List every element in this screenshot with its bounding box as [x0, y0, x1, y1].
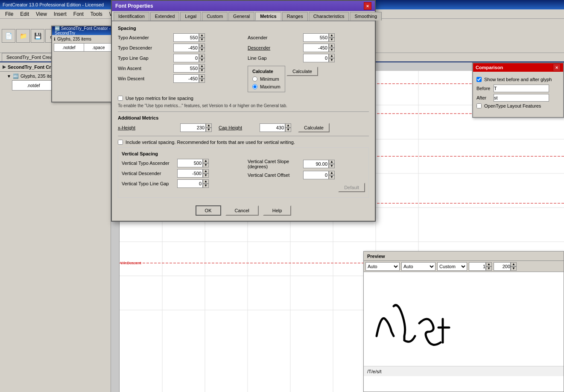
win-ascent-input[interactable] [173, 64, 199, 73]
menu-view[interactable]: View [32, 10, 50, 18]
tab-smoothing[interactable]: Smoothing [350, 12, 382, 20]
typo-ascender-down[interactable]: ▼ [199, 38, 205, 42]
x-height-up[interactable]: ▲ [206, 123, 212, 128]
cap-height-up[interactable]: ▲ [285, 123, 291, 128]
vert-caret-offset-input[interactable] [303, 171, 329, 179]
default-btn[interactable]: Default [338, 183, 365, 192]
menu-tools[interactable]: Tools [87, 10, 106, 18]
line-gap-down[interactable]: ▼ [329, 58, 335, 62]
menu-file[interactable]: File [2, 10, 17, 18]
vertical-spacing-checkbox[interactable] [118, 140, 123, 145]
after-input[interactable] [494, 94, 549, 102]
win-descent-up[interactable]: ▲ [199, 74, 205, 79]
win-descent-down[interactable]: ▼ [199, 79, 205, 83]
ascender-input[interactable] [303, 33, 329, 42]
dialog-close-btn[interactable]: × [364, 2, 371, 10]
tab-legal[interactable]: Legal [180, 12, 201, 20]
radio-maximum[interactable] [252, 84, 257, 89]
toolbar-new[interactable]: 📄 [2, 29, 15, 43]
typo-descender-down[interactable]: ▼ [199, 48, 205, 52]
preview-size-input[interactable] [469, 262, 486, 271]
vert-slope-down[interactable]: ▼ [329, 164, 335, 168]
vert-slope-up[interactable]: ▲ [329, 160, 335, 164]
tab-identification[interactable]: Identification [114, 12, 149, 20]
cap-height-down[interactable]: ▼ [285, 128, 291, 132]
typo-descender-input[interactable] [173, 44, 199, 52]
vert-caret-slope-input[interactable] [303, 160, 329, 168]
vert-descender-label: Vertical Descender [122, 171, 177, 176]
preview-zoom-down[interactable]: ▼ [511, 266, 517, 271]
cap-height-input[interactable] [260, 123, 285, 132]
preview-style-select[interactable]: Auto [401, 262, 435, 271]
cap-height-label: Cap Height [219, 125, 253, 130]
win-ascent-label: Win Ascent [118, 66, 173, 71]
menu-font[interactable]: Font [70, 10, 87, 18]
tab-ranges[interactable]: Ranges [282, 12, 308, 20]
toolbar-open[interactable]: 📁 [16, 29, 30, 43]
radio-minimum-label: Minimum [260, 76, 279, 82]
inner-glyph-window: 🔤 SecondTry_Font Creator - SecondTry ℹ G… [51, 62, 111, 102]
tab-extended[interactable]: Extended [150, 12, 179, 20]
typo-line-gap-up[interactable]: ▲ [199, 54, 205, 58]
vert-offset-up[interactable]: ▲ [329, 171, 335, 175]
menu-edit[interactable]: Edit [17, 10, 32, 18]
help-btn[interactable]: Help [263, 205, 292, 216]
menu-insert[interactable]: Insert [50, 10, 70, 18]
dialog-footer: OK Cancel Help [112, 202, 375, 221]
preview-size-down[interactable]: ▼ [486, 266, 492, 271]
line-gap-up[interactable]: ▲ [329, 54, 335, 58]
before-label: Before [476, 86, 494, 91]
preview-zoom-up[interactable]: ▲ [511, 262, 517, 266]
vert-line-gap-up[interactable]: ▲ [203, 179, 209, 184]
vert-typo-asc-up[interactable]: ▲ [203, 159, 209, 163]
ok-btn[interactable]: OK [196, 205, 221, 216]
toolbar-save[interactable]: 💾 [31, 29, 44, 43]
typo-ascender-input[interactable] [173, 33, 199, 42]
comparison-close-btn[interactable]: × [553, 64, 561, 71]
tab-metrics[interactable]: Metrics [255, 12, 281, 20]
vert-line-gap-input[interactable] [177, 179, 203, 188]
preview-font-select[interactable]: Auto [365, 262, 400, 271]
win-descent-input[interactable] [173, 74, 199, 83]
descender-down[interactable]: ▼ [329, 48, 335, 52]
win-ascent-down[interactable]: ▼ [199, 68, 205, 73]
preview-zoom-input[interactable] [494, 262, 511, 271]
descender-up[interactable]: ▲ [329, 44, 335, 48]
vert-line-gap-down[interactable]: ▼ [203, 184, 209, 188]
tab-general[interactable]: General [228, 12, 254, 20]
descender-input[interactable] [303, 44, 329, 52]
ascender-down[interactable]: ▼ [329, 38, 335, 42]
calculate-btn[interactable]: Calculate [286, 67, 318, 76]
preview-size-up[interactable]: ▲ [486, 262, 492, 266]
before-input[interactable] [494, 85, 549, 92]
ot-features-checkbox[interactable] [476, 103, 482, 108]
show-text-label: Show text before and after glyph [484, 77, 552, 82]
left-panel: ▶ SecondTry_Font Creator - SecondTry ▼ 🔤… [0, 62, 111, 392]
vert-caret-slope-label: Vertical Caret Slope (degrees) [248, 159, 303, 169]
vert-typo-asc-down[interactable]: ▼ [203, 163, 209, 167]
typo-ascender-up[interactable]: ▲ [199, 33, 205, 38]
typo-line-gap-input[interactable] [173, 54, 199, 62]
vert-offset-down[interactable]: ▼ [329, 175, 335, 179]
ascender-up[interactable]: ▲ [329, 33, 335, 38]
use-typo-label: Use typo metrics for line spacing [126, 96, 193, 101]
use-typo-checkbox[interactable] [118, 96, 123, 101]
x-height-input[interactable] [180, 123, 206, 132]
line-gap-input[interactable] [303, 54, 329, 62]
vert-desc-up[interactable]: ▲ [203, 169, 209, 173]
win-ascent-up[interactable]: ▲ [199, 64, 205, 68]
typo-descender-up[interactable]: ▲ [199, 44, 205, 48]
vert-desc-down[interactable]: ▼ [203, 173, 209, 178]
calc-btn2[interactable]: Calculate [298, 123, 330, 132]
tab-characteristics[interactable]: Characteristics [309, 12, 349, 20]
x-height-down[interactable]: ▼ [206, 128, 212, 132]
vert-descender-input[interactable] [177, 169, 203, 178]
cancel-btn[interactable]: Cancel [225, 205, 259, 216]
typo-line-gap-down[interactable]: ▼ [199, 58, 205, 62]
tab-custom[interactable]: Custom [202, 12, 228, 20]
preview-custom-select[interactable]: Custom [437, 262, 467, 271]
vert-typo-ascender-input[interactable] [177, 159, 203, 167]
show-text-checkbox[interactable] [476, 77, 482, 82]
descender-label: Descender [248, 45, 303, 50]
radio-minimum[interactable] [252, 76, 257, 82]
